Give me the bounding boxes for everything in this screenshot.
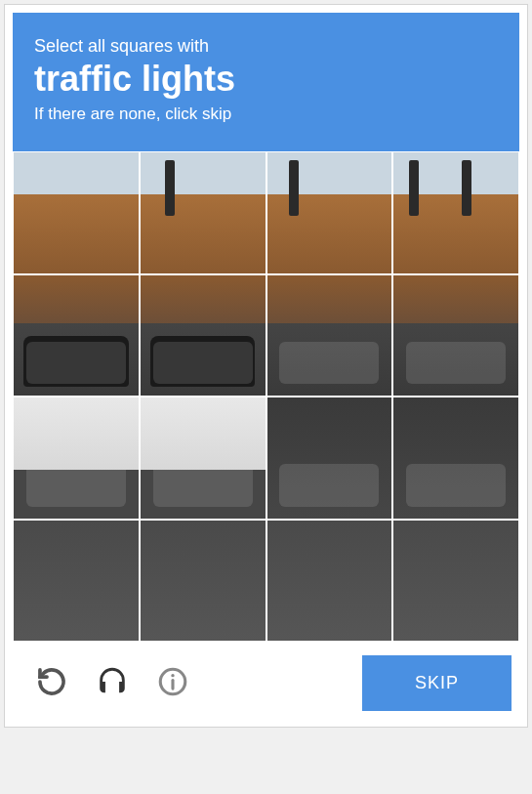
grid-tile-0-1[interactable]: [140, 151, 266, 274]
reload-button[interactable]: [32, 664, 71, 703]
grid-tile-2-3[interactable]: [392, 397, 519, 520]
info-icon: [156, 665, 189, 702]
grid-tile-0-2[interactable]: [266, 151, 393, 274]
info-button[interactable]: [153, 664, 192, 703]
grid-tile-0-0[interactable]: [13, 151, 140, 274]
grid-tile-2-2[interactable]: [266, 397, 393, 520]
grid-tile-1-2[interactable]: [266, 274, 393, 397]
captcha-header: Select all squares with traffic lights I…: [13, 13, 519, 151]
audio-button[interactable]: [93, 664, 132, 703]
captcha-footer: SKIP: [13, 642, 519, 719]
target-text: traffic lights: [34, 59, 498, 99]
reload-icon: [35, 665, 68, 702]
grid-tile-1-0[interactable]: [13, 274, 140, 397]
grid-tile-1-3[interactable]: [392, 274, 519, 397]
captcha-container: Select all squares with traffic lights I…: [4, 4, 528, 728]
grid-tile-2-1[interactable]: [140, 397, 266, 520]
skip-button[interactable]: SKIP: [362, 655, 512, 711]
grid-tile-3-1[interactable]: [140, 520, 266, 643]
grid-tile-0-3[interactable]: [392, 151, 519, 274]
instruction-text: Select all squares with: [34, 36, 498, 57]
footer-icons: [20, 664, 192, 703]
grid-tile-3-2[interactable]: [266, 520, 393, 643]
grid-tile-3-0[interactable]: [13, 520, 140, 643]
headphones-icon: [96, 665, 129, 702]
grid-tile-1-1[interactable]: [140, 274, 266, 397]
grid-tile-2-0[interactable]: [13, 397, 140, 520]
svg-point-2: [171, 674, 174, 677]
subtext: If there are none, click skip: [34, 104, 498, 124]
image-grid: [13, 151, 519, 642]
grid-tile-3-3[interactable]: [392, 520, 519, 643]
